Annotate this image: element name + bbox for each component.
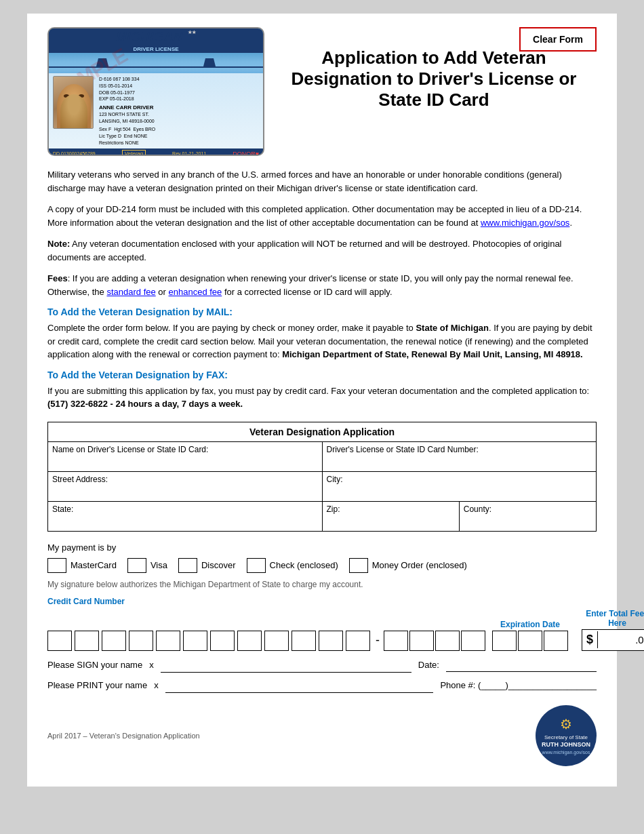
sos-seal-icon: ⚙ [560, 715, 572, 733]
cc-fee-label: Enter Total Fees Here [582, 609, 644, 628]
license-rev: Rev 01-21-2011 [172, 151, 206, 156]
payment-option-visa: Visa [127, 558, 167, 573]
cc-exp-date-box-3[interactable] [544, 631, 568, 651]
enhanced-fee-link[interactable]: enhanced fee [169, 287, 222, 297]
page: Clear Form MICHIGAN ★★ DRIVER LICENSE [27, 14, 617, 787]
clear-form-button[interactable]: Clear Form [519, 27, 597, 52]
cc-box-9[interactable] [264, 631, 289, 651]
sos-link[interactable]: www.michigan.gov/sos [481, 218, 570, 228]
footer-date: April 2017 – Veteran's Designation Appli… [47, 732, 200, 740]
field-dl-input[interactable] [327, 456, 592, 469]
phone-label: Phone #: (_____)__________________ [440, 680, 597, 690]
paragraph-2: A copy of your DD-214 form must be inclu… [47, 203, 597, 229]
sign-x: x [149, 660, 154, 670]
date-line [446, 658, 597, 672]
license-dd: DD 0130002456789 [53, 151, 96, 156]
cc-exp-box-2[interactable] [409, 631, 434, 651]
field-address-input[interactable] [52, 485, 318, 498]
cc-box-4[interactable] [129, 631, 153, 651]
cc-box-12[interactable] [346, 631, 370, 651]
license-bottom: DD 0130002456789 Veteran Rev 01-21-2011 … [49, 148, 263, 156]
sos-badge: ⚙ Secretary of State RUTH JOHNSON www.mi… [536, 705, 597, 766]
field-name-input[interactable] [52, 456, 318, 469]
license-city-state: LANSING, MI 48918-0000 [99, 118, 155, 125]
cc-box-2[interactable] [75, 631, 99, 651]
field-city-input[interactable] [327, 485, 592, 498]
discover-checkbox[interactable] [178, 558, 197, 573]
field-zip-input[interactable] [327, 515, 455, 528]
cc-box-8[interactable] [237, 631, 262, 651]
cc-box-7[interactable] [210, 631, 235, 651]
cc-exp-area: Expiration Date [492, 620, 568, 651]
print-label: Please PRINT your name [47, 680, 147, 690]
sign-label: Please SIGN your name [47, 660, 142, 670]
license-body: SAMPLE D 616 067 108 334 ISS 05-01-2014 … [49, 73, 263, 148]
check-checkbox[interactable] [247, 558, 266, 573]
by-mail-heading: To Add the Veteran Designation by MAIL: [47, 306, 597, 317]
sig-auth-text: My signature below authorizes the Michig… [47, 578, 597, 591]
cc-exp-date-box-1[interactable] [492, 631, 517, 651]
cc-number-boxes: - [47, 631, 485, 651]
field-address-label: Street Address: [52, 475, 318, 484]
cc-box-1[interactable] [47, 631, 72, 651]
cc-exp-box-1[interactable] [384, 631, 408, 651]
sign-input[interactable] [161, 658, 411, 673]
cc-box-6[interactable] [183, 631, 207, 651]
license-name: ANNE CARR DRIVER [99, 104, 155, 111]
mastercard-label: MasterCard [71, 560, 117, 570]
cc-exp-date-box-2[interactable] [518, 631, 542, 651]
sign-row: Please SIGN your name x Date: [47, 658, 597, 673]
license-veteran: Veteran [122, 150, 146, 156]
cc-box-3[interactable] [102, 631, 126, 651]
license-lic-type: Lic Type D End NONE [99, 133, 155, 140]
print-x: x [154, 680, 159, 690]
cc-box-10[interactable] [291, 631, 316, 651]
paragraph-4: Fees: If you are adding a veteran design… [47, 272, 597, 298]
fees-bold: Fees [47, 273, 68, 283]
by-fax-text: If you are submitting this application b… [47, 384, 597, 411]
payment-option-money-order: Money Order (enclosed) [349, 558, 467, 573]
field-state-input[interactable] [52, 515, 318, 528]
cc-fee-area: Enter Total Fees Here $ [582, 609, 644, 651]
mastercard-checkbox[interactable] [47, 558, 66, 573]
paragraph-3: Note: Any veteran documentation enclosed… [47, 237, 597, 264]
license-restrictions: Restrictions NONE [99, 140, 155, 146]
standard-fee-link[interactable]: standard fee [106, 287, 155, 297]
field-dl-cell: Driver's License or State ID Card Number… [322, 441, 597, 471]
cc-exp-box-3[interactable] [435, 631, 460, 651]
print-input[interactable] [165, 678, 434, 693]
note-bold: Note: [47, 239, 70, 249]
license-type-bar: DRIVER LICENSE [49, 45, 263, 53]
check-label: Check (enclosed) [270, 560, 338, 570]
cc-box-11[interactable] [319, 631, 343, 651]
form-section-title: Veteran Designation Application [48, 422, 597, 441]
paragraph-1: Military veterans who served in any bran… [47, 168, 597, 195]
field-city-cell: City: [322, 471, 597, 501]
cc-right-area: Expiration Date Enter Total Fees Here $ [492, 609, 644, 651]
license-image: MICHIGAN ★★ DRIVER LICENSE SAMPLE [47, 27, 264, 156]
page-title: Application to Add Veteran Designation t… [278, 47, 590, 111]
field-state-label: State: [52, 504, 318, 514]
by-fax-heading: To Add the Veteran Designation by FAX: [47, 370, 597, 380]
header-row: MICHIGAN ★★ DRIVER LICENSE SAMPLE [47, 27, 597, 156]
license-donor: DONOR♥ [233, 151, 259, 156]
license-iss: ISS 05-01-2014 [99, 83, 155, 90]
license-state-header: MICHIGAN ★★ [49, 28, 263, 45]
cc-exp-date-boxes [492, 631, 568, 651]
visa-checkbox[interactable] [127, 558, 146, 573]
license-address: 123 NORTH STATE ST. [99, 111, 155, 118]
footer-row: April 2017 – Veteran's Designation Appli… [47, 705, 597, 766]
cc-boxes-group [47, 631, 371, 651]
visa-label: Visa [150, 560, 167, 570]
print-row: Please PRINT your name x Phone #: (_____… [47, 678, 597, 693]
cc-fee-input[interactable] [598, 630, 644, 650]
cc-exp-boxes-after-dash [384, 631, 485, 651]
payment-label: My payment is by [47, 542, 597, 553]
payment-section: My payment is by MasterCard Visa Discove… [47, 542, 597, 591]
money-order-checkbox[interactable] [349, 558, 368, 573]
cc-exp-box-4[interactable] [461, 631, 485, 651]
field-zip-label: Zip: [327, 504, 455, 514]
cc-box-5[interactable] [156, 631, 180, 651]
payment-option-discover: Discover [178, 558, 236, 573]
field-county-input[interactable] [464, 515, 592, 528]
